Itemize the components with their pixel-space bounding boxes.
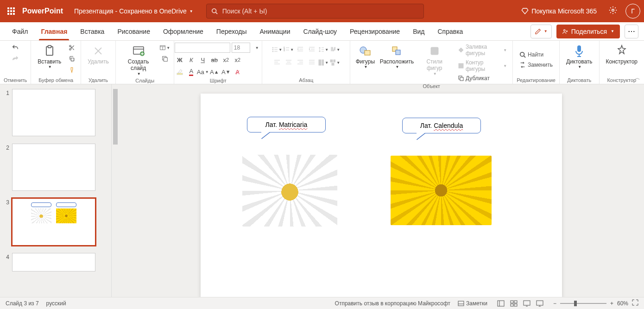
slide-thumbnails-panel[interactable]: 1 2 3 4 [0,84,111,297]
editing-mode-button[interactable]: ▼ [530,25,552,38]
superscript-button[interactable]: x2 [233,55,243,65]
share-button[interactable]: Поделиться ▼ [556,25,620,38]
layout-button[interactable]: ▼ [160,43,170,53]
image-calendula[interactable] [391,156,492,225]
duplicate-slide-button[interactable] [160,54,170,64]
designer-button[interactable]: Конструктор [603,43,640,66]
arrange-button[interactable]: Расположить▼ [379,43,414,70]
tab-transitions[interactable]: Переходы [210,22,253,40]
undo-button[interactable] [10,43,20,53]
buy-m365-button[interactable]: Покупка Microsoft 365 [518,5,600,18]
svg-rect-84 [498,301,504,306]
smartart-icon [330,59,335,66]
text-direction-button[interactable]: IIA▼ [330,44,340,55]
align-left-button[interactable] [272,57,282,68]
bullets-button[interactable]: ▼ [272,44,282,55]
tab-review[interactable]: Рецензирование [343,22,406,40]
callout-shape-1[interactable]: Лат. Matricaria [247,117,326,132]
duplicate-icon [458,76,464,81]
tab-view[interactable]: Вид [406,22,431,40]
shape-outline-button[interactable]: Контур фигуры▼ [456,58,509,73]
slider-knob[interactable] [574,301,577,306]
font-family-combo[interactable] [175,43,230,53]
italic-button[interactable]: К [186,55,196,65]
subscript-button[interactable]: x2 [221,55,231,65]
justify-button[interactable] [307,57,317,68]
redo-button[interactable] [10,54,20,64]
clear-format-button[interactable]: A̷ [233,67,243,77]
slideshow-view-button[interactable] [534,299,546,308]
more-button[interactable]: ⋯ [625,25,638,38]
tab-animations[interactable]: Анимации [253,22,297,40]
shape-styles-button[interactable]: Стили фигур▼ [417,43,452,77]
increase-indent-button[interactable] [307,44,317,55]
highlight-button[interactable] [175,67,185,77]
replace-button[interactable]: Заменить [518,61,555,69]
slide-thumbnail-3[interactable] [12,198,95,246]
underline-button[interactable]: Ч [198,55,208,65]
callout-shape-2[interactable]: Лат. Calendula [402,118,481,133]
tab-draw[interactable]: Рисование [111,22,157,40]
language-indicator[interactable]: русский [46,300,66,307]
user-avatar[interactable]: Г [625,4,640,19]
search-input[interactable]: Поиск (Alt + Ы) [206,4,424,19]
tab-insert[interactable]: Вставка [74,22,111,40]
tab-design[interactable]: Оформление [157,22,210,40]
tab-slideshow[interactable]: Слайд-шоу [297,22,343,40]
dictate-button[interactable]: Диктовать▼ [563,43,595,70]
grow-font-button[interactable]: A▲ [209,67,220,77]
reading-view-button[interactable] [521,299,533,308]
settings-button[interactable] [606,3,620,19]
feedback-link[interactable]: Отправить отзыв в корпорацию Майкрософт [335,300,450,307]
zoom-in-button[interactable]: + [610,300,613,307]
duplicate-button[interactable]: Дубликат [456,74,509,82]
bold-button[interactable]: Ж [175,55,185,65]
replace-icon [519,62,526,68]
tab-home[interactable]: Главная [34,22,74,40]
collapse-ribbon-button[interactable]: ︿ [635,74,640,82]
slide-thumbnail-2[interactable] [12,144,95,191]
sorter-view-button[interactable] [508,299,520,308]
paste-button[interactable]: Вставить ▼ [35,43,64,70]
slide-indicator[interactable]: Слайд 3 из 7 [6,300,39,307]
normal-view-button[interactable] [495,299,507,308]
numbering-button[interactable]: 12▼ [284,44,294,55]
align-right-button[interactable] [295,57,305,68]
columns-button[interactable]: ▼ [318,57,328,68]
cut-button[interactable] [67,43,77,53]
fit-to-window-button[interactable] [632,299,638,307]
font-color-button[interactable]: A [186,67,196,77]
line-spacing-button[interactable]: ▼ [318,44,328,55]
copy-button[interactable] [67,54,77,64]
smartart-button[interactable]: ▼ [330,57,340,68]
app-launcher-icon[interactable] [4,4,19,19]
find-button[interactable]: Найти [518,50,545,59]
shape-fill-button[interactable]: Заливка фигуры▼ [456,43,509,57]
zoom-out-button[interactable]: − [553,300,556,307]
delete-button[interactable]: Удалить [85,43,112,66]
font-size-dropdown[interactable]: ▼ [252,43,262,53]
shapes-button[interactable]: Фигуры▼ [354,43,376,70]
new-slide-button[interactable]: Создать слайд ▼ [120,43,157,77]
image-daisy[interactable] [242,155,337,227]
slide-thumbnail-4[interactable] [12,253,95,271]
strikethrough-button[interactable]: ab [209,55,220,65]
change-case-button[interactable]: Aa▼ [198,67,208,77]
tab-file[interactable]: Файл [6,22,34,40]
slide[interactable]: Лат. Matricaria Лат. Calendula [201,94,562,297]
pencil-icon [535,28,541,35]
tab-help[interactable]: Справка [431,22,469,40]
notes-toggle[interactable]: Заметки [458,300,487,307]
document-title[interactable]: Презентация - Сохранено в OneDrive ▼ [74,7,193,15]
font-size-combo[interactable] [232,43,250,53]
thumbnails-scrollbar[interactable] [111,84,119,297]
zoom-percent[interactable]: 60% [617,300,628,307]
shrink-font-button[interactable]: A▼ [221,67,231,77]
slide-canvas-area[interactable]: Лат. Matricaria Лат. Calendula [119,84,644,297]
scrollbar-thumb[interactable] [113,89,118,145]
decrease-indent-button[interactable] [295,44,305,55]
format-painter-button[interactable] [67,65,77,75]
zoom-slider[interactable] [560,303,606,304]
align-center-button[interactable] [284,57,294,68]
slide-thumbnail-1[interactable] [12,89,95,136]
